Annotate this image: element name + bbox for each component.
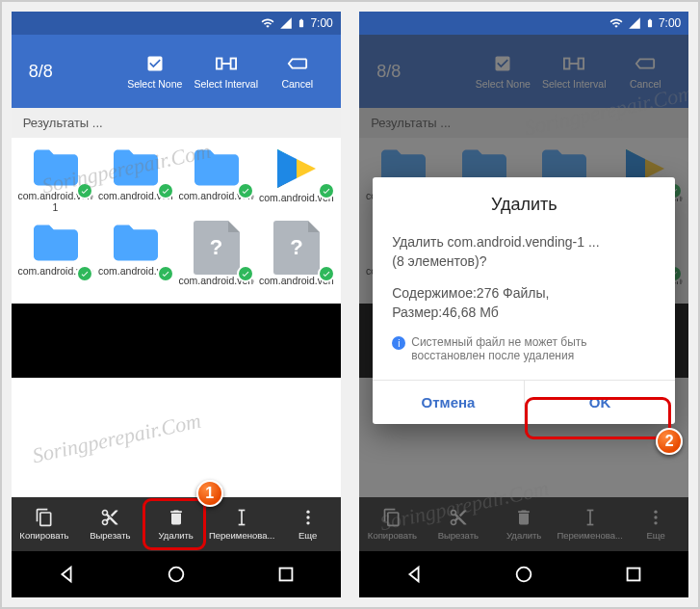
svg-rect-34 xyxy=(628,569,640,581)
cancel-icon xyxy=(287,53,308,74)
selected-check-icon xyxy=(157,265,174,282)
signal-icon xyxy=(628,16,641,30)
dialog-warning: i Системный файл не может быть восстанов… xyxy=(392,335,656,362)
callout-badge-1: 1 xyxy=(196,480,223,507)
folder-icon xyxy=(109,221,163,265)
rename-icon xyxy=(232,508,251,527)
empty-area xyxy=(12,378,341,497)
file-item[interactable]: com.android.vending.p xyxy=(256,146,337,217)
delete-dialog: Удалить Удалить com.android.vending-1 ..… xyxy=(373,177,675,424)
recents-nav-icon[interactable] xyxy=(275,564,297,585)
svg-point-33 xyxy=(517,568,531,582)
dialog-cancel-button[interactable]: Отмена xyxy=(373,381,524,424)
dialog-body: Удалить com.android.vending-1 ... (8 эле… xyxy=(392,232,656,322)
app-bar: 8/8 Select None Select Interval Cancel xyxy=(12,35,341,108)
clock: 7:00 xyxy=(659,16,681,30)
status-bar: 7:00 xyxy=(359,12,688,35)
file-item[interactable]: com.android.vending-1 xyxy=(15,146,96,217)
file-item[interactable]: com.android.vending xyxy=(176,146,257,217)
file-grid: com.android.vending-1com.android.vending… xyxy=(12,138,341,304)
signal-icon xyxy=(279,16,293,30)
home-nav-icon[interactable] xyxy=(166,564,187,585)
copy-icon: 1 xyxy=(35,508,54,527)
svg-rect-17 xyxy=(279,569,292,581)
cancel-button[interactable]: Cancel xyxy=(262,53,333,90)
svg-rect-1 xyxy=(230,59,236,69)
back-nav-icon[interactable] xyxy=(403,564,425,585)
wifi-icon xyxy=(609,16,624,30)
rename-button[interactable]: Переименова... xyxy=(209,497,274,551)
unknown-file-icon: ? xyxy=(273,221,320,275)
battery-icon xyxy=(297,15,306,31)
info-icon: i xyxy=(392,336,405,350)
svg-marker-8 xyxy=(277,149,297,188)
selected-check-icon xyxy=(318,182,335,199)
file-item[interactable]: ?com.android.vending_ xyxy=(176,221,257,300)
dialog-ok-button[interactable]: OK xyxy=(524,381,676,424)
folder-icon xyxy=(29,221,83,265)
trash-icon xyxy=(167,508,186,527)
selected-check-icon xyxy=(157,182,174,199)
svg-point-16 xyxy=(169,568,183,582)
cut-button[interactable]: Вырезать xyxy=(77,497,143,551)
play-store-icon xyxy=(273,146,320,192)
clock: 7:00 xyxy=(310,16,332,30)
home-nav-icon[interactable] xyxy=(513,564,534,585)
more-icon xyxy=(298,508,318,527)
file-item[interactable]: com.android.vending xyxy=(95,146,176,217)
folder-icon xyxy=(29,146,83,190)
bottom-toolbar: 1 Копировать Вырезать Удалить Переименов… xyxy=(12,497,341,551)
selection-count: 8/8 xyxy=(29,62,53,82)
checkbox-icon xyxy=(144,53,166,74)
svg-rect-0 xyxy=(217,59,222,69)
recents-nav-icon[interactable] xyxy=(623,564,644,585)
breadcrumb[interactable]: Результаты ... xyxy=(12,108,341,138)
select-none-button[interactable]: Select None xyxy=(119,53,191,90)
battery-icon xyxy=(645,15,655,31)
screenshot-right: 7:00 8/8 Select None Select Interval Can… xyxy=(359,12,688,597)
svg-point-13 xyxy=(306,511,309,514)
selected-check-icon xyxy=(318,265,335,282)
folder-icon xyxy=(109,146,163,190)
file-item[interactable]: com.android.vending xyxy=(15,221,96,300)
dialog-title: Удалить xyxy=(392,195,656,215)
delete-button[interactable]: Удалить xyxy=(143,497,209,551)
interval-icon xyxy=(216,53,237,74)
select-interval-button[interactable]: Select Interval xyxy=(191,53,262,90)
svg-point-15 xyxy=(306,521,309,524)
more-button[interactable]: Еще xyxy=(274,497,340,551)
back-nav-icon[interactable] xyxy=(56,564,77,585)
copy-button[interactable]: 1 Копировать xyxy=(12,497,77,551)
unknown-file-icon: ? xyxy=(194,221,240,275)
file-item[interactable]: com.android.vending xyxy=(95,221,176,300)
svg-marker-7 xyxy=(297,159,316,178)
scissors-icon xyxy=(100,508,119,527)
screenshot-left: 7:00 8/8 Select None Select Interval Can… xyxy=(12,12,341,597)
android-nav-bar xyxy=(12,551,341,597)
file-item[interactable]: ?com.android.vending_ xyxy=(256,221,337,300)
android-nav-bar xyxy=(359,551,688,597)
svg-text:1: 1 xyxy=(42,514,47,523)
status-bar: 7:00 xyxy=(12,12,341,35)
svg-point-14 xyxy=(306,516,309,518)
wifi-icon xyxy=(260,16,275,30)
folder-icon xyxy=(190,146,244,190)
